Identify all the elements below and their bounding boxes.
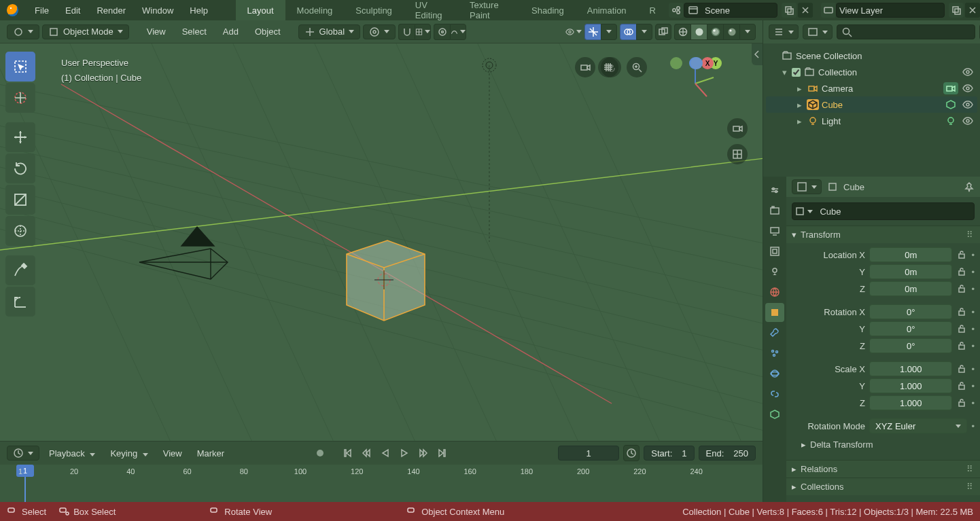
ptab-output[interactable] bbox=[765, 221, 784, 240]
camera-data-icon[interactable] bbox=[943, 82, 958, 94]
eye-icon[interactable] bbox=[961, 115, 975, 126]
tool-cursor[interactable] bbox=[5, 83, 35, 113]
tool-annotate[interactable] bbox=[5, 255, 35, 285]
lock-icon[interactable] bbox=[956, 380, 967, 391]
disclose-icon[interactable]: ▸ bbox=[794, 84, 804, 94]
light-data-icon[interactable] bbox=[943, 115, 958, 127]
timeline-menu-keying[interactable]: Keying bbox=[105, 448, 153, 459]
tool-measure[interactable] bbox=[5, 287, 35, 317]
rotation-x-field[interactable]: 0° bbox=[869, 304, 952, 319]
tree-light[interactable]: ▸ Light bbox=[766, 113, 977, 129]
tree-cube[interactable]: ▸ Cube bbox=[766, 96, 977, 113]
outliner-search[interactable] bbox=[837, 24, 975, 39]
viewport-3d[interactable]: User Perspective (1) Collection | Cube bbox=[0, 43, 763, 441]
ptab-render[interactable] bbox=[765, 201, 784, 220]
overlay-toggle[interactable] bbox=[620, 24, 636, 40]
rotation-z-field[interactable]: 0° bbox=[869, 338, 952, 353]
shading-rendered[interactable] bbox=[723, 24, 739, 40]
menu-object[interactable]: Object bbox=[248, 26, 287, 37]
ptab-physics[interactable] bbox=[765, 364, 784, 383]
proportional-toggle[interactable] bbox=[434, 24, 450, 40]
camera-view-button[interactable] bbox=[575, 57, 595, 77]
tree-camera[interactable]: ▸ Camera bbox=[766, 80, 977, 96]
tool-select-box[interactable] bbox=[5, 52, 35, 82]
menu-edit[interactable]: Edit bbox=[57, 0, 88, 20]
workspace-tab-animation[interactable]: Animation bbox=[576, 0, 638, 20]
menu-add[interactable]: Add bbox=[216, 26, 245, 37]
viewlayer-name-input[interactable] bbox=[837, 5, 932, 16]
keyframe-prev-button[interactable] bbox=[358, 445, 374, 461]
visibility-dropdown[interactable] bbox=[565, 24, 582, 40]
timeline-menu-playback[interactable]: Playback bbox=[43, 448, 101, 459]
shading-wireframe[interactable] bbox=[674, 24, 690, 40]
jump-start-button[interactable] bbox=[339, 445, 355, 461]
pin-icon[interactable] bbox=[964, 181, 975, 192]
play-reverse-button[interactable] bbox=[377, 445, 393, 461]
workspace-tab-shading[interactable]: Shading bbox=[520, 0, 576, 20]
keyframe-next-button[interactable] bbox=[415, 445, 432, 461]
collection-enable-checkbox[interactable] bbox=[792, 68, 801, 77]
workspace-tab-texturepaint[interactable]: Texture Paint bbox=[458, 0, 520, 20]
orientation-dropdown[interactable]: Global bbox=[298, 24, 361, 39]
shading-options-dropdown[interactable] bbox=[739, 24, 756, 40]
object-name-input[interactable] bbox=[817, 206, 974, 217]
ptab-scene[interactable] bbox=[765, 262, 784, 281]
panel-relations-header[interactable]: ▸Relations⠿ bbox=[786, 460, 980, 478]
axis-gizmo[interactable]: Z Y X bbox=[669, 57, 722, 110]
gizmo-toggle[interactable] bbox=[584, 24, 601, 40]
menu-view[interactable]: View bbox=[140, 26, 173, 37]
outliner-editor-type[interactable] bbox=[769, 24, 799, 39]
lock-icon[interactable] bbox=[956, 249, 967, 260]
tree-collection[interactable]: ▾ Collection bbox=[766, 64, 977, 80]
scale-y-field[interactable]: 1.000 bbox=[869, 378, 952, 393]
scene-browse-button[interactable] bbox=[669, 3, 684, 18]
shading-matprev[interactable] bbox=[707, 24, 723, 40]
ptab-object[interactable] bbox=[765, 303, 784, 322]
panel-delta-header[interactable]: ▸Delta Transform bbox=[792, 435, 975, 453]
ptab-constraints[interactable] bbox=[765, 384, 784, 403]
lock-icon[interactable] bbox=[956, 397, 967, 408]
tool-rotate[interactable] bbox=[5, 154, 35, 183]
workspace-tab-more[interactable]: R bbox=[638, 0, 667, 20]
autokey-toggle[interactable] bbox=[312, 445, 328, 461]
timeline-ruler[interactable]: 1 120406080100120140160180200220240 bbox=[0, 465, 763, 502]
disclose-icon[interactable]: ▾ bbox=[780, 67, 789, 77]
menu-file[interactable]: File bbox=[27, 0, 57, 20]
grid-view-button[interactable] bbox=[598, 57, 618, 77]
tool-move[interactable] bbox=[5, 122, 35, 152]
preview-range-toggle[interactable] bbox=[623, 445, 640, 461]
viewlayer-browse-button[interactable] bbox=[821, 3, 836, 18]
timeline-editor-type[interactable] bbox=[7, 446, 39, 461]
lock-icon[interactable] bbox=[956, 266, 967, 277]
lock-icon[interactable] bbox=[956, 323, 967, 334]
tool-scale[interactable] bbox=[5, 185, 35, 215]
ptab-data[interactable] bbox=[765, 405, 784, 424]
workspace-tab-layout[interactable]: Layout bbox=[236, 0, 285, 20]
viewlayer-delete-button[interactable] bbox=[965, 3, 980, 18]
menu-help[interactable]: Help bbox=[181, 0, 216, 20]
outliner-search-input[interactable] bbox=[856, 27, 970, 37]
gizmo-dropdown[interactable] bbox=[601, 24, 617, 40]
rotation-y-field[interactable]: 0° bbox=[869, 321, 952, 336]
menu-render[interactable]: Render bbox=[88, 0, 134, 20]
object-camera[interactable] bbox=[133, 221, 241, 296]
timeline-menu-view[interactable]: View bbox=[158, 448, 188, 459]
object-cube[interactable] bbox=[340, 227, 435, 329]
lock-icon[interactable] bbox=[956, 363, 967, 374]
eye-icon[interactable] bbox=[961, 67, 975, 77]
scene-field[interactable] bbox=[684, 3, 777, 18]
viewlayer-field[interactable] bbox=[836, 3, 945, 18]
location-z-field[interactable]: 0m bbox=[869, 281, 952, 296]
shading-solid[interactable] bbox=[690, 24, 707, 40]
disclose-icon[interactable]: ▸ bbox=[794, 100, 804, 110]
timeline-menu-marker[interactable]: Marker bbox=[192, 448, 230, 459]
scene-new-button[interactable] bbox=[782, 3, 797, 18]
workspace-tab-sculpting[interactable]: Sculpting bbox=[344, 0, 403, 20]
panel-transform-header[interactable]: ▾Transform⠿ bbox=[786, 226, 980, 243]
eye-icon[interactable] bbox=[961, 99, 975, 110]
toggle-camera-button[interactable] bbox=[727, 118, 748, 139]
start-frame-field[interactable]: Start:1 bbox=[644, 446, 694, 461]
mode-dropdown[interactable]: Object Mode bbox=[42, 24, 129, 39]
sidebar-toggle[interactable] bbox=[752, 43, 763, 65]
disclose-icon[interactable]: ▸ bbox=[794, 116, 804, 126]
